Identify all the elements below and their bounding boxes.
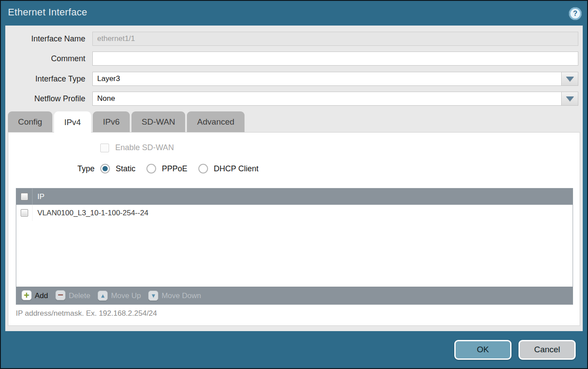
- netflow-profile-select[interactable]: None: [92, 92, 578, 106]
- add-button[interactable]: + Add: [20, 291, 50, 300]
- delete-button: − Delete: [54, 292, 92, 300]
- ip-table-body: VLAN0100_L3_10-1-100-254--24: [16, 205, 573, 287]
- chevron-down-icon: [566, 96, 574, 101]
- tab-config[interactable]: Config: [8, 111, 52, 132]
- delete-button-label: Delete: [69, 292, 90, 300]
- type-radio-group: Type Static PPPoE DHCP Client: [77, 163, 259, 174]
- type-label: Type: [77, 164, 95, 173]
- table-row[interactable]: VLAN0100_L3_10-1-100-254--24: [16, 205, 573, 221]
- netflow-dropdown-button[interactable]: [561, 92, 578, 105]
- comment-field[interactable]: [92, 52, 578, 66]
- row-ip-value: VLAN0100_L3_10-1-100-254--24: [33, 209, 148, 218]
- dialog-footer: OK Cancel: [1, 331, 587, 368]
- radio-dot: [201, 166, 206, 171]
- radio-static[interactable]: [100, 164, 110, 173]
- header-checkbox-cell: [16, 188, 33, 205]
- radio-dhcp-client[interactable]: [198, 164, 208, 173]
- interface-name-label: Interface Name: [5, 32, 89, 46]
- tab-ipv6[interactable]: IPv6: [93, 111, 130, 132]
- arrow-up-icon: ▲: [98, 291, 108, 301]
- radio-dot: [149, 166, 154, 171]
- dialog-title: Ethernet Interface: [8, 7, 87, 18]
- dialog-content: Interface Name Comment Interface Type La…: [5, 26, 583, 331]
- title-bar: Ethernet Interface ?: [1, 1, 587, 26]
- move-down-button: ▼ Move Down: [146, 291, 203, 301]
- enable-sdwan-label: Enable SD-WAN: [115, 143, 174, 152]
- radio-pppoe[interactable]: [146, 164, 156, 173]
- row-checkbox[interactable]: [21, 209, 28, 217]
- netflow-profile-value: None: [97, 94, 115, 103]
- minus-icon: −: [55, 290, 66, 300]
- ethernet-interface-dialog: Ethernet Interface ? Interface Name Comm…: [0, 0, 588, 369]
- select-all-checkbox[interactable]: [21, 193, 28, 200]
- chevron-down-icon: [566, 77, 574, 81]
- radio-static-label: Static: [116, 164, 135, 173]
- ipv4-tab-panel: Enable SD-WAN Type Static PPPoE DHCP Cli…: [8, 132, 580, 326]
- help-icon[interactable]: ?: [569, 7, 581, 20]
- ip-format-hint: IP address/netmask. Ex. 192.168.2.254/24: [16, 309, 157, 318]
- comment-label: Comment: [5, 52, 89, 66]
- interface-type-value: Layer3: [97, 74, 120, 83]
- enable-sdwan-checkbox: [100, 144, 109, 152]
- plus-icon: +: [22, 290, 32, 300]
- ip-table: IP VLAN0100_L3_10-1-100-254--24 + Add: [16, 188, 573, 305]
- tab-sdwan[interactable]: SD-WAN: [131, 111, 185, 132]
- interface-name-input: [97, 32, 573, 45]
- radio-pppoe-label: PPPoE: [162, 164, 187, 173]
- interface-name-field: [92, 32, 578, 46]
- tab-advanced[interactable]: Advanced: [187, 111, 245, 132]
- ip-table-toolbar: + Add − Delete ▲ Move Up ▼ Move Down: [16, 287, 573, 304]
- radio-dhcp-client-label: DHCP Client: [214, 164, 259, 173]
- ip-table-header: IP: [16, 188, 573, 205]
- comment-input[interactable]: [97, 52, 573, 65]
- netflow-profile-label: Netflow Profile: [5, 92, 89, 106]
- arrow-down-icon: ▼: [148, 291, 158, 301]
- add-button-label: Add: [35, 292, 48, 300]
- tab-bar: Config IPv4 IPv6 SD-WAN Advanced: [8, 111, 245, 133]
- tab-ipv4[interactable]: IPv4: [54, 111, 91, 133]
- row-checkbox-cell: [16, 205, 33, 221]
- interface-type-label: Interface Type: [5, 72, 89, 86]
- radio-dot: [102, 166, 108, 171]
- move-up-button-label: Move Up: [111, 292, 141, 300]
- move-down-button-label: Move Down: [161, 292, 201, 300]
- ok-button[interactable]: OK: [454, 340, 511, 360]
- move-up-button: ▲ Move Up: [96, 291, 142, 301]
- cancel-button[interactable]: Cancel: [519, 340, 576, 360]
- interface-type-select[interactable]: Layer3: [92, 72, 578, 86]
- enable-sdwan-row: Enable SD-WAN: [100, 143, 174, 152]
- ip-column-header: IP: [33, 192, 44, 201]
- interface-type-dropdown-button[interactable]: [561, 72, 578, 85]
